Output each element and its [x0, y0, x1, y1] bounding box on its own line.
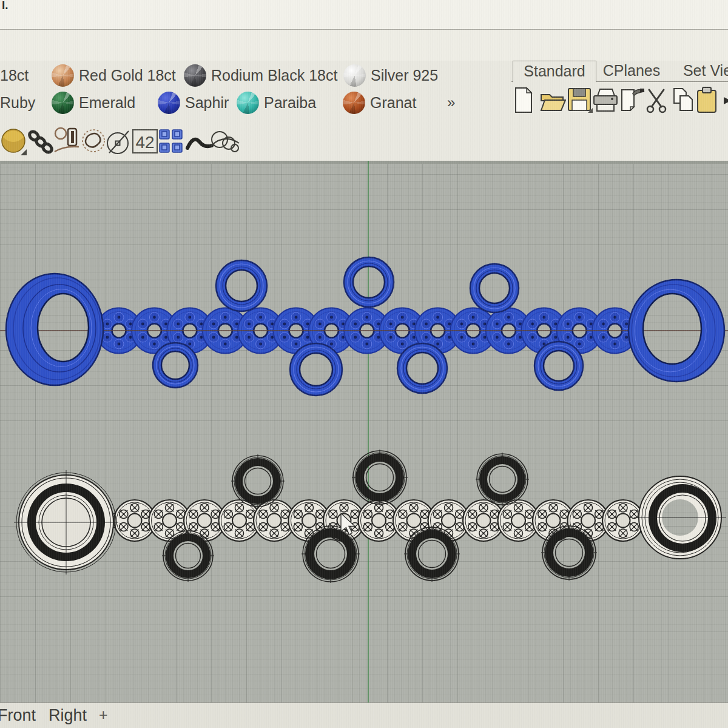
material-item-granat[interactable]: Granat [343, 90, 416, 115]
print-icon[interactable] [592, 86, 616, 118]
toolbar-panel: 18ctRed Gold 18ctRodium Black 18ctSilver… [0, 61, 728, 161]
chain-tool-icon[interactable] [26, 125, 53, 159]
viewport-front[interactable] [0, 161, 728, 703]
gold-sphere-tool-icon[interactable] [0, 125, 27, 159]
cut-scissors-icon[interactable] [644, 86, 669, 118]
material-label: Rodium Black 18ct [211, 67, 337, 84]
toolbar-tab-strip: StandardCPlanesSet Vie [511, 61, 728, 82]
viewport-tab-front[interactable]: Front [0, 706, 36, 725]
ring-size-tool-icon[interactable]: 42 [131, 125, 158, 159]
command-history-line: l. [0, 0, 728, 30]
paste-clipboard-icon[interactable] [695, 86, 719, 118]
copy-icon[interactable] [672, 86, 696, 118]
material-label: Ruby [0, 94, 35, 112]
materials-overflow-chevron[interactable]: » [447, 94, 455, 111]
clean-page-icon[interactable] [618, 86, 642, 118]
material-item-emerald[interactable]: Emerald [52, 90, 135, 115]
material-gem-icon[interactable] [158, 92, 180, 114]
viewport-tab-right[interactable]: Right [49, 706, 87, 725]
material-label: Silver 925 [371, 67, 438, 84]
link-curves-tool-icon[interactable] [209, 125, 235, 159]
open-folder-icon[interactable] [539, 86, 564, 118]
status-bar: FrontRight+ [0, 703, 728, 728]
command-text: l. [2, 0, 8, 12]
material-label: Red Gold 18ct [79, 67, 176, 84]
svg-text:42: 42 [135, 133, 154, 152]
material-item-ruby[interactable]: Ruby [0, 90, 35, 115]
command-prompt-line[interactable] [0, 30, 728, 61]
material-item-saphir[interactable]: Saphir [158, 90, 229, 115]
material-gem-icon[interactable] [52, 92, 74, 114]
material-gem-icon[interactable] [343, 92, 365, 114]
ring-rail-tool-icon[interactable] [52, 125, 79, 159]
scene-canvas [0, 161, 728, 703]
save-icon[interactable] [566, 86, 590, 118]
tab-standard[interactable]: Standard [513, 61, 596, 83]
material-item-rodium-black-18ct[interactable]: Rodium Black 18ct [184, 62, 337, 88]
new-file-icon[interactable] [513, 86, 537, 118]
material-gem-icon[interactable] [343, 64, 366, 87]
command-area[interactable]: l. [0, 0, 728, 61]
material-label: Granat [370, 94, 416, 112]
tab-cplanes[interactable]: CPlanes [596, 61, 667, 81]
material-gem-icon[interactable] [184, 64, 206, 87]
diameter-tool-icon[interactable] [104, 125, 131, 159]
flyout-arrow-icon[interactable] [723, 86, 728, 118]
material-label: Paraiba [264, 94, 316, 112]
material-label: Emerald [79, 94, 135, 112]
tab-set-vie[interactable]: Set Vie [668, 61, 728, 81]
material-gem-icon[interactable] [52, 64, 74, 87]
prong-tool-icon[interactable] [184, 125, 211, 159]
material-item-18ct[interactable]: 18ct [0, 62, 29, 88]
wireframe-chain [14, 450, 726, 583]
selected-chain [0, 257, 728, 396]
freeform-curve-tool-icon[interactable] [79, 125, 106, 159]
material-item-silver-925[interactable]: Silver 925 [343, 62, 438, 88]
material-gem-icon[interactable] [237, 92, 259, 114]
material-label: 18ct [0, 67, 29, 84]
viewport-tab-add[interactable]: + [99, 706, 108, 724]
material-item-paraiba[interactable]: Paraiba [237, 90, 316, 115]
material-label: Saphir [185, 94, 229, 112]
material-item-red-gold-18ct[interactable]: Red Gold 18ct [52, 62, 176, 88]
gem-set-tool-icon[interactable] [157, 125, 183, 159]
